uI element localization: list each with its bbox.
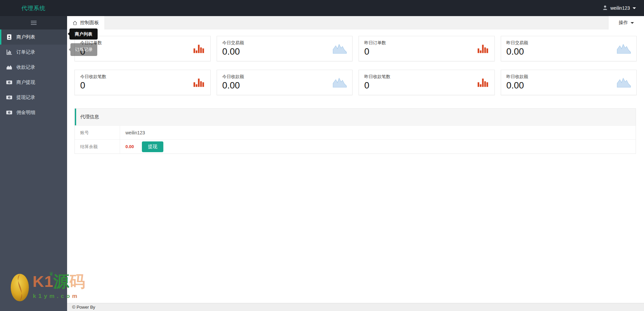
sidebar-toggle-button[interactable] — [0, 16, 67, 29]
caret-down-icon — [631, 22, 634, 24]
payment-records-icon — [6, 64, 12, 70]
withdraw-button[interactable]: 提现 — [142, 141, 163, 152]
commission-detail-icon — [6, 109, 12, 116]
withdraw-records-icon — [6, 94, 12, 101]
area-chart-icon — [333, 77, 347, 88]
stat-card-today-payment-amount: 今日收款额 0.00 — [217, 70, 353, 95]
home-icon — [72, 20, 77, 25]
stat-card-label: 今日收款额 — [222, 74, 347, 80]
stat-card-label: 今日收款笔数 — [80, 74, 205, 80]
sidebar-item-label: 商户提现 — [16, 79, 35, 85]
stat-cards-grid: 今日订单数 0 今日交易额 0.00 昨日订单数 0 昨日交易额 0.00 今日… — [74, 36, 637, 95]
breadcrumb-label: 控制面板 — [80, 20, 99, 26]
bar-chart-icon — [478, 78, 489, 87]
tooltip-merchant-list: 商户列表 — [69, 28, 98, 40]
sidebar-item-merchant-withdraw[interactable]: 商户提现 — [0, 75, 67, 90]
page-footer: © Power By — [67, 303, 644, 311]
stat-card-yesterday-payment-amount: 昨日收款额 0.00 — [501, 70, 637, 95]
user-icon — [602, 5, 608, 11]
stat-card-value: 0.00 — [506, 80, 631, 91]
order-records-icon — [6, 49, 12, 55]
panel-title: 代理信息 — [80, 114, 99, 120]
merchant-withdraw-icon — [6, 79, 12, 85]
stat-card-yesterday-payment-count: 昨日收款笔数 0 — [359, 70, 495, 95]
tooltip-order-records: 订单记录 — [70, 43, 97, 56]
user-dropdown[interactable]: weilin123 — [602, 0, 636, 16]
sidebar-item-label: 商户列表 — [16, 34, 35, 40]
caret-down-icon — [633, 7, 636, 9]
sidebar-item-commission-detail[interactable]: 佣金明细 — [0, 105, 67, 120]
table-row-account: 账号 weilin123 — [75, 125, 636, 139]
sidebar-item-withdraw-records[interactable]: 提现记录 — [0, 90, 67, 105]
row-label: 结算余额 — [75, 140, 120, 153]
stat-card-yesterday-orders: 昨日订单数 0 — [359, 36, 495, 61]
action-dropdown-button[interactable]: 操作 — [608, 16, 644, 29]
bar-chart-icon — [194, 44, 205, 53]
balance-amount: 0.00 — [125, 144, 134, 149]
sidebar-item-label: 收款记录 — [16, 64, 35, 70]
stat-card-value: 0 — [364, 80, 489, 91]
area-chart-icon — [617, 77, 631, 88]
area-chart-icon — [333, 44, 347, 54]
sidebar-item-order-records[interactable]: 订单记录 — [0, 45, 67, 60]
merchant-list-icon — [6, 34, 12, 40]
stat-card-label: 今日订单数 — [80, 40, 205, 46]
row-value: 0.00 提现 — [120, 140, 163, 153]
stat-card-label: 今日交易额 — [222, 40, 347, 46]
app-title: 代理系统 — [0, 0, 67, 16]
active-indicator-bar — [0, 29, 1, 45]
sidebar-item-label: 订单记录 — [16, 49, 35, 55]
stat-card-value: 0 — [80, 47, 205, 57]
watermark-ma: 码 — [69, 272, 86, 290]
agent-info-panel: 代理信息 账号 weilin123 结算余额 0.00 提现 — [74, 108, 636, 154]
stat-card-value: 0 — [80, 80, 205, 91]
stat-card-label: 昨日订单数 — [364, 40, 489, 46]
stat-card-value: 0 — [364, 47, 489, 57]
action-label: 操作 — [619, 20, 628, 26]
row-value: weilin123 — [120, 126, 145, 139]
stat-card-today-volume: 今日交易额 0.00 — [217, 36, 353, 61]
content-toolbar: 控制面板 操作 — [67, 16, 644, 29]
stat-card-label: 昨日收款额 — [506, 74, 631, 80]
stat-card-value: 0.00 — [222, 47, 347, 57]
stat-card-value: 0.00 — [506, 47, 631, 57]
hamburger-icon — [31, 21, 37, 25]
stat-card-label: 昨日收款笔数 — [364, 74, 489, 80]
watermark-domain-tail: m — [72, 293, 79, 299]
breadcrumb-tab-dashboard[interactable]: 控制面板 — [67, 16, 104, 29]
stat-card-value: 0.00 — [222, 80, 347, 91]
stat-card-label: 昨日交易额 — [506, 40, 631, 46]
copyright-text: © Power By — [72, 305, 95, 310]
stat-card-today-payment-count: 今日收款笔数 0 — [74, 70, 211, 95]
sidebar-menu: 商户列表 订单记录 收款记录 商户提现 — [0, 29, 67, 120]
table-row-balance: 结算余额 0.00 提现 — [75, 139, 636, 153]
top-navbar: 代理系统 weilin123 — [0, 0, 644, 16]
panel-header: 代理信息 — [75, 109, 636, 125]
stat-card-yesterday-volume: 昨日交易额 0.00 — [501, 36, 637, 61]
sidebar: 商户列表 订单记录 收款记录 商户提现 — [0, 16, 67, 311]
row-label: 账号 — [75, 126, 120, 139]
username-label: weilin123 — [610, 5, 630, 11]
sidebar-item-merchant-list[interactable]: 商户列表 — [0, 29, 67, 45]
sidebar-item-label: 提现记录 — [16, 95, 35, 101]
bar-chart-icon — [478, 44, 489, 53]
area-chart-icon — [617, 44, 631, 54]
sidebar-item-label: 佣金明细 — [16, 110, 35, 116]
sidebar-item-payment-records[interactable]: 收款记录 — [0, 60, 67, 75]
bar-chart-icon — [194, 78, 205, 87]
